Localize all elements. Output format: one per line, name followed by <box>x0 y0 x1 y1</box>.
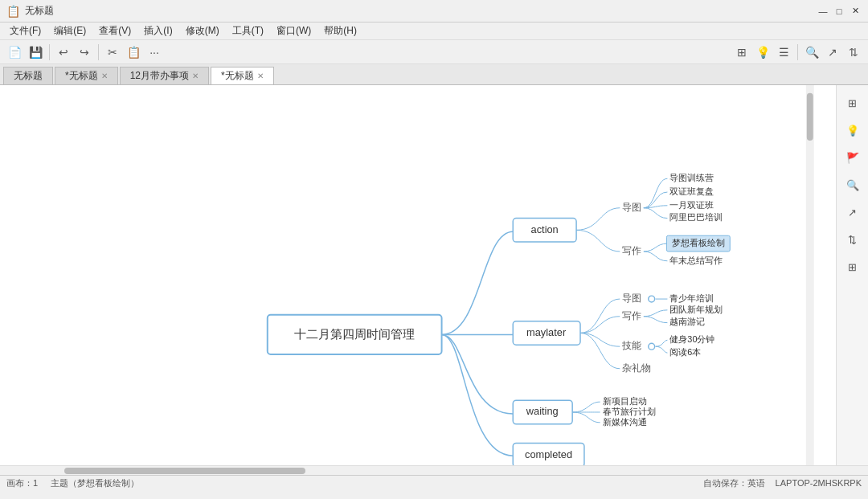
menu-file[interactable]: 文件(F) <box>3 22 47 39</box>
line-writing-1 <box>644 243 668 252</box>
menu-insert[interactable]: 插入(I) <box>137 22 178 39</box>
share-button[interactable]: ↗ <box>823 43 842 62</box>
tab-active[interactable]: *无标题 ✕ <box>211 67 274 84</box>
menu-help[interactable]: 帮助(H) <box>317 22 363 39</box>
theme-button[interactable]: 💡 <box>753 43 772 62</box>
completed-node-text: completed <box>525 448 572 460</box>
toolbar-separator-2 <box>98 44 99 60</box>
side-btn-3[interactable]: 🚩 <box>841 146 864 169</box>
guide-item-3: 一月双证班 <box>669 200 714 210</box>
tab-untitled-2[interactable]: *无标题 ✕ <box>55 67 118 84</box>
menu-bar: 文件(F) 编辑(E) 查看(V) 插入(I) 修改(M) 工具(T) 窗口(W… <box>0 22 868 40</box>
theme-label: 主题（梦想看板绘制） <box>51 477 139 489</box>
line-may-gift <box>580 333 620 368</box>
may-writing-item-2: 越南游记 <box>669 317 705 326</box>
may-writing-item-1: 团队新年规划 <box>669 305 723 314</box>
tab-close-icon-2[interactable]: ✕ <box>192 72 199 80</box>
action-writing-label: 写作 <box>622 245 641 256</box>
writing-item-2: 年末总结写作 <box>669 256 723 265</box>
menu-window[interactable]: 窗口(W) <box>270 22 317 39</box>
may-skill-label: 技能 <box>621 340 641 351</box>
h-scrollbar[interactable] <box>0 465 868 475</box>
line-may-skill <box>580 333 620 346</box>
line-may-w2 <box>644 317 668 323</box>
line-action-writing <box>576 230 620 252</box>
toolbar: 📄 💾 ↩ ↪ ✂ 📋 ··· ⊞ 💡 ☰ 🔍 ↗ ⇅ <box>0 40 868 64</box>
tab-close-icon[interactable]: ✕ <box>101 72 108 80</box>
dot-2 <box>649 343 655 350</box>
window-title: 无标题 <box>25 4 817 18</box>
line-guide-1 <box>644 178 668 207</box>
line-wait-1 <box>572 402 600 412</box>
toolbar-separator <box>49 44 50 60</box>
may-skill-item-2: 阅读6本 <box>669 347 701 357</box>
tab-dec-tasks[interactable]: 12月带办事项 ✕ <box>120 67 209 84</box>
dot-1 <box>649 296 655 302</box>
copy-button[interactable]: 📋 <box>124 43 143 62</box>
cut-button[interactable]: ✂ <box>103 43 122 62</box>
may-writing-label: 写作 <box>622 310 641 321</box>
line-may-s1 <box>656 340 668 346</box>
tab-untitled-1[interactable]: 无标题 <box>3 67 53 84</box>
root-node-text: 十二月第四周时间管理 <box>294 328 415 341</box>
layout-button[interactable]: ☰ <box>774 43 793 62</box>
save-button[interactable]: 💾 <box>26 43 45 62</box>
scrollbar-thumb[interactable] <box>807 93 813 141</box>
title-bar: 📋 无标题 — □ ✕ <box>0 0 868 22</box>
maylater-node-text: maylater <box>526 326 567 338</box>
line-completed <box>442 334 514 456</box>
canvas-label: 画布：1 <box>6 477 38 489</box>
side-btn-4[interactable]: 🔍 <box>841 174 864 196</box>
side-btn-6[interactable]: ⇅ <box>841 228 864 251</box>
toolbar-separator-3 <box>797 44 798 60</box>
main-content: 十二月第四周时间管理 action 导图 导图训练营 双证班复盘 一月双证班 阿… <box>0 85 868 465</box>
side-btn-2[interactable]: 💡 <box>841 119 864 141</box>
action-node-text: action <box>531 223 559 235</box>
side-btn-7[interactable]: ⊞ <box>841 256 864 278</box>
side-btn-5[interactable]: ↗ <box>841 201 864 223</box>
h-scroll-thumb[interactable] <box>64 468 305 474</box>
filter-button[interactable]: ⊞ <box>732 43 751 62</box>
line-may-writing <box>580 317 620 333</box>
maximize-button[interactable]: □ <box>833 5 845 18</box>
menu-tools[interactable]: 工具(T) <box>226 22 270 39</box>
may-gift-label: 杂礼物 <box>622 362 651 374</box>
line-may-guide <box>580 299 620 333</box>
writing-item-1: 梦想看板绘制 <box>672 238 725 247</box>
zoom-button[interactable]: ⇅ <box>844 43 863 62</box>
may-skill-item-1: 健身30分钟 <box>669 334 714 344</box>
line-writing-2 <box>644 252 668 261</box>
more-button[interactable]: ··· <box>145 43 164 62</box>
may-guide-label: 导图 <box>622 292 641 304</box>
waiting-item-3: 新媒体沟通 <box>603 417 647 427</box>
line-may-s2 <box>656 346 668 353</box>
line-guide-4 <box>644 208 668 219</box>
tab-bar: 无标题 *无标题 ✕ 12月带办事项 ✕ *无标题 ✕ <box>0 64 868 85</box>
scrollbar-track[interactable] <box>806 85 814 465</box>
canvas-area[interactable]: 十二月第四周时间管理 action 导图 导图训练营 双证班复盘 一月双证班 阿… <box>0 85 836 465</box>
mindmap: 十二月第四周时间管理 action 导图 导图训练营 双证班复盘 一月双证班 阿… <box>0 85 836 465</box>
tab-close-icon-3[interactable]: ✕ <box>257 72 264 80</box>
line-action-guide <box>576 208 620 231</box>
search-button[interactable]: 🔍 <box>802 43 821 62</box>
action-guide-label: 导图 <box>622 202 641 213</box>
line-may-w1 <box>644 310 668 317</box>
line-waiting <box>442 334 514 414</box>
menu-edit[interactable]: 编辑(E) <box>47 22 92 39</box>
line-action <box>442 231 514 334</box>
guide-item-2: 双证班复盘 <box>669 186 714 196</box>
menu-modify[interactable]: 修改(M) <box>179 22 226 39</box>
menu-view[interactable]: 查看(V) <box>92 22 137 39</box>
auto-save-label: 自动保存：英语 LAPTOP-2MHSKRPK <box>703 477 862 489</box>
may-guide-item: 青少年培训 <box>669 293 714 303</box>
side-panel: ⊞ 💡 🚩 🔍 ↗ ⇅ ⊞ <box>836 85 868 465</box>
guide-item-4: 阿里巴巴培训 <box>669 212 723 222</box>
new-button[interactable]: 📄 <box>5 43 24 62</box>
close-button[interactable]: ✕ <box>849 5 862 18</box>
minimize-button[interactable]: — <box>817 5 829 18</box>
undo-button[interactable]: ↩ <box>54 43 73 62</box>
redo-button[interactable]: ↪ <box>75 43 94 62</box>
app-icon: 📋 <box>6 5 20 18</box>
side-btn-1[interactable]: ⊞ <box>841 92 864 114</box>
guide-item-1: 导图训练营 <box>669 173 714 182</box>
